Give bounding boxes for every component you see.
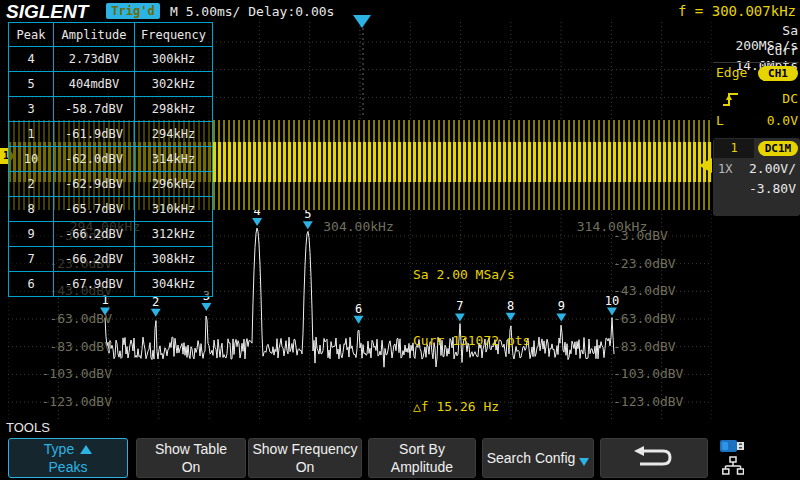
down-arrow-icon xyxy=(579,458,589,466)
menu-button-show-frequency[interactable]: Show Frequency On xyxy=(248,438,362,478)
peak-table-cell: -58.7dBV xyxy=(54,97,135,122)
back-arrow-icon xyxy=(632,445,676,471)
peak-table-cell: 8 xyxy=(9,197,54,222)
channel-scale: 2.00V/ xyxy=(714,161,796,176)
up-arrow-icon xyxy=(80,445,92,454)
peak-table-header: Amplitude xyxy=(54,23,135,47)
channel-coupling-badge[interactable]: DC1M xyxy=(758,141,798,156)
db-axis-label-left: -123.0dBV xyxy=(38,395,112,409)
peak-table-cell: 10 xyxy=(9,147,54,172)
peak-marker xyxy=(556,313,566,321)
db-axis-label-left: -63.0dBV xyxy=(38,312,112,326)
db-axis-label-right: -83.0dBV xyxy=(613,340,703,354)
oscilloscope-screen: SIGLENT Trig'd M 5.00ms/ Delay:0.00s f =… xyxy=(0,0,800,480)
menu-button-sort-by[interactable]: Sort By Amplitude xyxy=(368,438,476,478)
peak-table-header-row: PeakAmplitudeFrequency xyxy=(9,23,213,47)
peak-table-cell: 308kHz xyxy=(135,247,213,272)
db-axis-label-right: -3.0dBV xyxy=(613,229,703,243)
peak-table-cell: 1 xyxy=(9,122,54,147)
type-label: Type xyxy=(44,440,74,458)
peak-table-row: 8-65.7dBV310kHz xyxy=(9,197,213,222)
menu-button-back[interactable] xyxy=(600,438,708,478)
freq-axis-label: 304.00kHz xyxy=(323,219,393,234)
peak-table-cell: -66.2dBV xyxy=(54,222,135,247)
menu-button-search-config[interactable]: Search Config xyxy=(482,438,594,478)
sidebar-divider xyxy=(713,62,799,63)
usb-icon xyxy=(720,439,746,453)
peak-table: PeakAmplitudeFrequency42.73dBV300kHz5404… xyxy=(8,22,213,297)
db-axis-label-left: -103.0dBV xyxy=(38,367,112,381)
peak-table-row: 9-66.2dBV312kHz xyxy=(9,222,213,247)
siglent-logo: SIGLENT xyxy=(6,1,88,23)
peak-table-row: 6-67.9dBV304kHz xyxy=(9,272,213,297)
peak-marker xyxy=(354,316,364,324)
show-frequency-value: On xyxy=(296,458,315,476)
peak-table-cell: 298kHz xyxy=(135,97,213,122)
peak-table-cell: 4 xyxy=(9,47,54,72)
peak-table-cell: -66.2dBV xyxy=(54,247,135,272)
lan-icon xyxy=(722,456,744,476)
peak-table-cell: 310kHz xyxy=(135,197,213,222)
trigger-position-marker[interactable] xyxy=(353,15,371,28)
peak-table-cell: 312kHz xyxy=(135,222,213,247)
peak-table-cell: 3 xyxy=(9,97,54,122)
fft-info-box: Sa 2.00 MSa/s Curr 131072 pts △f 15.26 H… xyxy=(413,220,530,462)
peak-table-cell: 314kHz xyxy=(135,147,213,172)
peak-table-row: 3-58.7dBV298kHz xyxy=(9,97,213,122)
trigger-coupling[interactable]: DC xyxy=(714,91,798,106)
peak-table-cell: -62.0dBV xyxy=(54,147,135,172)
show-table-value: On xyxy=(182,458,201,476)
peak-table-cell: 5 xyxy=(9,72,54,97)
menu-button-type[interactable]: Type Peaks xyxy=(8,438,128,478)
peak-marker xyxy=(303,221,313,229)
peak-table-row: 42.73dBV300kHz xyxy=(9,47,213,72)
search-config-label: Search Config xyxy=(487,449,576,467)
trigger-status-badge: Trig'd xyxy=(106,3,160,19)
menu-title: TOOLS xyxy=(6,420,50,435)
peak-table-cell: 300kHz xyxy=(135,47,213,72)
frequency-counter: f = 300.007kHz xyxy=(560,3,796,19)
peak-table-cell: 296kHz xyxy=(135,172,213,197)
peak-table-row: 5404mdBV302kHz xyxy=(9,72,213,97)
trigger-source-badge[interactable]: CH1 xyxy=(758,66,798,81)
peak-table-row: 7-66.2dBV308kHz xyxy=(9,247,213,272)
fft-points: Curr 131072 pts xyxy=(413,330,530,352)
peak-table-cell: 9 xyxy=(9,222,54,247)
show-table-label: Show Table xyxy=(155,440,227,458)
type-value: Peaks xyxy=(49,458,88,476)
peak-table-cell: -65.7dBV xyxy=(54,197,135,222)
peak-table-cell: 2 xyxy=(9,172,54,197)
peak-table-cell: 2.73dBV xyxy=(54,47,135,72)
db-axis-label-right: -63.0dBV xyxy=(613,312,703,326)
peak-table-cell: -62.9dBV xyxy=(54,172,135,197)
peak-table-cell: 6 xyxy=(9,272,54,297)
peak-marker xyxy=(252,218,262,226)
show-frequency-label: Show Frequency xyxy=(252,440,357,458)
fft-delta-f: △f 15.26 Hz xyxy=(413,396,530,418)
db-axis-label-right: -103.0dBV xyxy=(613,367,703,381)
timebase-readout[interactable]: M 5.00ms/ Delay:0.00s xyxy=(170,4,334,19)
sort-by-value: Amplitude xyxy=(391,458,453,476)
peak-marker-number: 6 xyxy=(355,302,362,316)
trigger-type-label[interactable]: Edge xyxy=(716,65,747,80)
peak-table-cell: 294kHz xyxy=(135,122,213,147)
peak-marker xyxy=(151,309,161,317)
peak-table-cell: 404mdBV xyxy=(54,72,135,97)
peak-table-cell: 302kHz xyxy=(135,72,213,97)
menu-button-show-table[interactable]: Show Table On xyxy=(136,438,246,478)
peak-table-cell: -67.9dBV xyxy=(54,272,135,297)
peak-table-row: 10-62.0dBV314kHz xyxy=(9,147,213,172)
peak-table-row: 2-62.9dBV296kHz xyxy=(9,172,213,197)
peak-marker xyxy=(201,303,211,311)
peak-table-row: 1-61.9dBV294kHz xyxy=(9,122,213,147)
db-axis-label-right: -43.0dBV xyxy=(613,284,703,298)
peak-marker-number: 9 xyxy=(558,299,565,313)
db-axis-label-right: -23.0dBV xyxy=(613,257,703,271)
peak-table-cell: 304kHz xyxy=(135,272,213,297)
trigger-level-value: 0.0V xyxy=(714,113,798,128)
db-axis-label-right: -123.0dBV xyxy=(613,395,703,409)
channel-number[interactable]: 1 xyxy=(714,139,754,158)
peak-table-cell: -61.9dBV xyxy=(54,122,135,147)
db-axis-label-left: -83.0dBV xyxy=(38,340,112,354)
sort-by-label: Sort By xyxy=(399,440,445,458)
